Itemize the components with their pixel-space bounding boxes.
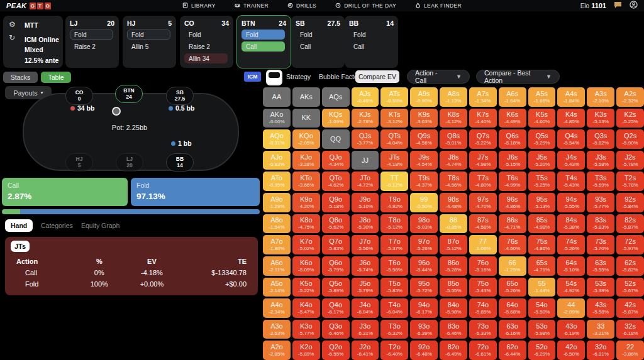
grid-cell-T2s[interactable]: T2s-5.78% bbox=[616, 172, 644, 191]
grid-cell-A5o[interactable]: A5o-2.14% bbox=[263, 278, 291, 297]
grid-cell-K2o[interactable]: K2o-5.89% bbox=[292, 341, 320, 360]
nav-item-trainer[interactable]: TRAINER bbox=[235, 3, 269, 9]
grid-cell-T2o[interactable]: T2o-6.40% bbox=[380, 341, 408, 360]
grid-cell-KTs[interactable]: KTs-3.12% bbox=[380, 109, 408, 128]
grid-cell-J8o[interactable]: J8o-5.30% bbox=[352, 214, 379, 234]
grid-cell-ATs[interactable]: ATs-0.58% bbox=[380, 87, 408, 107]
grid-cell-J6o[interactable]: J6o-5.74% bbox=[352, 256, 379, 276]
grid-cell-Q4s[interactable]: Q4s-5.54% bbox=[557, 129, 585, 149]
grid-cell-52s[interactable]: 52s-5.67% bbox=[616, 278, 644, 297]
grid-cell-K9o[interactable]: K9o-4.20% bbox=[292, 193, 320, 212]
refresh-icon[interactable]: ↻ bbox=[9, 33, 16, 42]
grid-cell-K3o[interactable]: K3o-5.77% bbox=[292, 320, 320, 339]
grid-cell-66[interactable]: 66-1.25% bbox=[499, 256, 526, 276]
strategy-tab[interactable]: Strategy bbox=[286, 73, 311, 80]
grid-cell-44[interactable]: 44-2.09% bbox=[557, 298, 585, 318]
grid-cell-KJs[interactable]: KJs-2.78% bbox=[352, 109, 379, 128]
grid-cell-43o[interactable]: 43o-6.19% bbox=[557, 320, 585, 339]
grid-cell-82o[interactable]: 82o-6.49% bbox=[440, 341, 467, 360]
grid-cell-AKo[interactable]: AKo-0.00% bbox=[263, 109, 291, 128]
grid-cell-A7o[interactable]: A7o-1.80% bbox=[263, 235, 291, 254]
grid-cell-J7o[interactable]: J7o-5.56% bbox=[352, 235, 379, 254]
grid-cell-T8o[interactable]: T8o-5.12% bbox=[380, 214, 408, 234]
grid-cell-65o[interactable]: 65o-5.26% bbox=[499, 278, 526, 297]
action-allin-34[interactable]: Allin 34 bbox=[184, 53, 228, 63]
grid-cell-K6o[interactable]: K6o-5.09% bbox=[292, 256, 320, 276]
grid-cell-T4o[interactable]: T4o-6.04% bbox=[380, 298, 408, 318]
seat-lj[interactable]: LJ20 bbox=[116, 153, 143, 172]
grid-cell-T3o[interactable]: T3o-6.32% bbox=[380, 320, 408, 339]
seat-hj[interactable]: HJ5 bbox=[65, 153, 93, 172]
grid-cell-QQ[interactable]: QQ bbox=[322, 129, 350, 149]
grid-cell-64o[interactable]: 64o-5.68% bbox=[499, 298, 526, 318]
grid-cell-85s[interactable]: 85s-4.98% bbox=[528, 214, 556, 234]
grid-cell-97o[interactable]: 97o-5.26% bbox=[410, 235, 438, 254]
grid-cell-97s[interactable]: 97s-4.70% bbox=[469, 193, 497, 212]
grid-cell-A4o[interactable]: A4o-2.34% bbox=[263, 298, 291, 318]
grid-cell-A8o[interactable]: A8o-1.54% bbox=[263, 214, 291, 234]
grid-cell-J2s[interactable]: J2s-5.78% bbox=[616, 151, 644, 170]
grid-cell-72o[interactable]: 72o-6.61% bbox=[469, 341, 497, 360]
grid-cell-Q6s[interactable]: Q6s-5.18% bbox=[499, 129, 526, 149]
grid-cell-98o[interactable]: 98o-5.03% bbox=[410, 214, 438, 234]
chat-icon[interactable] bbox=[614, 0, 622, 11]
grid-cell-Q3s[interactable]: Q3s-5.82% bbox=[587, 129, 614, 149]
grid-cell-Q8o[interactable]: Q8o-5.62% bbox=[322, 214, 350, 234]
stacks-tab[interactable]: Stacks bbox=[3, 72, 38, 83]
grid-cell-T9s[interactable]: T9s-4.37% bbox=[410, 172, 438, 191]
grid-cell-K8s[interactable]: K8s-4.12% bbox=[440, 109, 467, 128]
grid-cell-Q9o[interactable]: Q9o-5.18% bbox=[322, 193, 350, 212]
grid-cell-33[interactable]: 33-3.21% bbox=[587, 320, 614, 339]
grid-cell-K4s[interactable]: K4s-4.85% bbox=[557, 109, 585, 128]
grid-cell-J6s[interactable]: J6s-5.15% bbox=[499, 151, 526, 170]
grid-cell-AJo[interactable]: AJo-0.83% bbox=[263, 151, 291, 170]
nav-item-drills[interactable]: DRILLS bbox=[287, 3, 316, 9]
grid-cell-QJo[interactable]: QJo-4.34% bbox=[322, 151, 350, 170]
grid-cell-A6o[interactable]: A6o-2.11% bbox=[263, 256, 291, 276]
grid-cell-93s[interactable]: 93s-5.77% bbox=[587, 193, 614, 212]
grid-cell-Q6o[interactable]: Q6o-5.79% bbox=[322, 256, 350, 276]
seat-bb[interactable]: BB14 bbox=[166, 153, 194, 172]
grid-cell-J9s[interactable]: J9s-4.54% bbox=[410, 151, 438, 170]
grid-cell-53s[interactable]: 53s-5.39% bbox=[587, 278, 614, 297]
grid-cell-J7s[interactable]: J7s-4.98% bbox=[469, 151, 497, 170]
grid-cell-Q9s[interactable]: Q9s-4.56% bbox=[410, 129, 438, 149]
grid-cell-A4s[interactable]: A4s-1.84% bbox=[557, 87, 585, 107]
action-call[interactable]: Call bbox=[349, 41, 378, 52]
grid-cell-94s[interactable]: 94s-5.55% bbox=[557, 193, 585, 212]
action-raise-2[interactable]: Raise 2 bbox=[184, 41, 214, 52]
profile-icon[interactable] bbox=[630, 0, 638, 11]
grid-cell-QJs[interactable]: QJs-3.77% bbox=[352, 129, 379, 149]
grid-cell-AQs[interactable]: AQs bbox=[322, 87, 350, 107]
grid-cell-J8s[interactable]: J8s-4.74% bbox=[440, 151, 467, 170]
grid-cell-A3s[interactable]: A3s-2.10% bbox=[587, 87, 614, 107]
grid-cell-T4s[interactable]: T4s-5.43% bbox=[557, 172, 585, 191]
grid-cell-32s[interactable]: 32s-6.18% bbox=[616, 320, 644, 339]
action-fold[interactable]: Fold bbox=[127, 30, 170, 40]
range-card-toggle-icon[interactable] bbox=[266, 70, 282, 85]
grid-cell-AKs[interactable]: AKs bbox=[292, 87, 320, 107]
grid-cell-A8s[interactable]: A8s-1.13% bbox=[440, 87, 467, 107]
grid-cell-73s[interactable]: 73s-5.70% bbox=[587, 235, 614, 254]
grid-cell-TT[interactable]: TT-0.12% bbox=[380, 172, 408, 191]
grid-cell-KJo[interactable]: KJo-3.28% bbox=[292, 151, 320, 170]
grid-cell-83s[interactable]: 83s-5.83% bbox=[587, 214, 614, 234]
grid-cell-82s[interactable]: 82s-5.87% bbox=[616, 214, 644, 234]
gear-icon[interactable]: ⚙ bbox=[9, 20, 16, 29]
grid-cell-32o[interactable]: 32o-6.81% bbox=[587, 341, 614, 360]
grid-cell-86s[interactable]: 86s-4.71% bbox=[499, 214, 526, 234]
action-raise-2[interactable]: Raise 2 bbox=[70, 41, 100, 52]
grid-cell-54o[interactable]: 54o-5.50% bbox=[528, 298, 556, 318]
nav-item-library[interactable]: LIBRARY bbox=[182, 3, 216, 9]
position-panel-hj[interactable]: HJ5FoldAllin 5 bbox=[123, 16, 176, 68]
grid-cell-T3s[interactable]: T3s-5.69% bbox=[587, 172, 614, 191]
grid-cell-Q7s[interactable]: Q7s-5.22% bbox=[469, 129, 497, 149]
grid-cell-94o[interactable]: 94o-6.17% bbox=[410, 298, 438, 318]
action-dropdown[interactable]: Action - Call▼ bbox=[407, 70, 470, 84]
grid-cell-85o[interactable]: 85o-5.55% bbox=[440, 278, 467, 297]
grid-cell-Q3o[interactable]: Q3o-6.46% bbox=[322, 320, 350, 339]
nav-item-drill-of-the-day[interactable]: DRILL OF THE DAY bbox=[335, 3, 396, 9]
grid-cell-KTo[interactable]: KTo-3.66% bbox=[292, 172, 320, 191]
action-fold[interactable]: Fold bbox=[296, 30, 325, 40]
grid-cell-42o[interactable]: 42o-6.50% bbox=[557, 341, 585, 360]
